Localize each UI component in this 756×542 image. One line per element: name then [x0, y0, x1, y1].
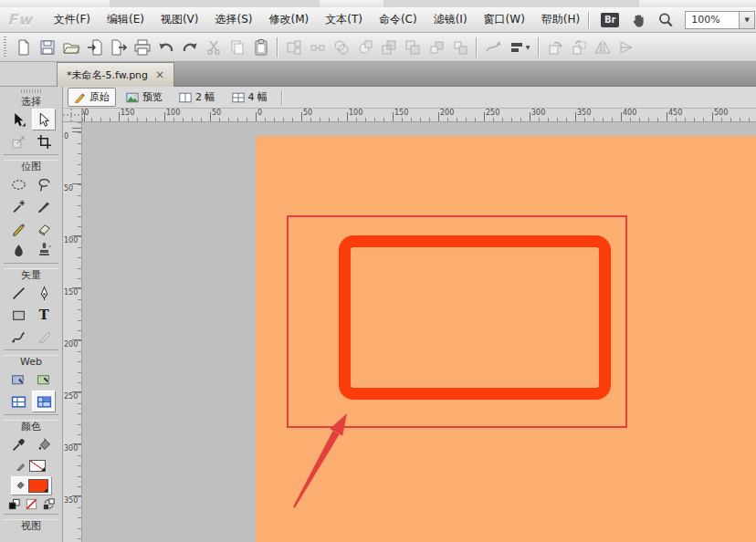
hotspot-tool[interactable]	[6, 369, 30, 391]
hide-slices-button[interactable]	[6, 391, 30, 412]
no-color-button[interactable]	[25, 497, 38, 511]
menu-window[interactable]: 窗口(W)	[476, 8, 533, 31]
menu-commands[interactable]: 命令(C)	[371, 8, 425, 31]
menu-file[interactable]: 文件(F)	[46, 8, 99, 31]
view-2up-button[interactable]: 2 幅	[173, 88, 222, 107]
menubar-separator	[588, 12, 590, 28]
view-original-button[interactable]: 原始	[68, 88, 116, 107]
rotate-button	[543, 36, 567, 59]
fill-color-dropdown	[44, 488, 47, 492]
v-ruler-label: 200	[64, 341, 78, 349]
tools-panel-grip[interactable]	[0, 87, 62, 96]
vertical-ruler[interactable]: 050100150200250300350400	[63, 122, 82, 542]
eyedropper-tool[interactable]	[6, 433, 30, 455]
rectangle-tool[interactable]	[6, 304, 30, 326]
ruler-row: 2001501005005010015020025030035040045050…	[63, 109, 756, 122]
swap-colors-button[interactable]	[42, 497, 56, 511]
toolbar-separator	[277, 37, 278, 57]
magic-wand-tool[interactable]	[6, 195, 30, 217]
menu-view[interactable]: 视图(V)	[152, 8, 207, 31]
send-backward-button	[448, 36, 472, 59]
rubber-stamp-tool[interactable]	[32, 239, 56, 261]
undo-button[interactable]	[154, 36, 178, 59]
print-button[interactable]	[131, 36, 154, 59]
view-original-label: 原始	[89, 90, 110, 104]
drawn-rectangle[interactable]	[339, 235, 611, 400]
tab-close-icon[interactable]: ×	[155, 68, 164, 81]
align-dropdown-button[interactable]: ▼	[505, 36, 534, 59]
toolbar-grip[interactable]	[4, 36, 6, 58]
stroke-color-well[interactable]	[29, 460, 46, 472]
hand-tool-icon[interactable]	[630, 12, 646, 28]
save-button[interactable]	[36, 36, 59, 59]
v-ruler-label: 50	[64, 185, 73, 193]
stroke-pencil-icon	[16, 461, 26, 471]
text-tool[interactable]: T	[32, 304, 56, 326]
section-bitmap-label: 位图	[0, 161, 62, 173]
paint-bucket-tool[interactable]	[32, 433, 56, 455]
section-view-label: 视图	[0, 520, 62, 533]
h-ruler-label: 450	[668, 109, 682, 117]
original-pencil-icon	[74, 91, 86, 103]
ruler-origin-corner[interactable]	[63, 109, 82, 122]
panel-divider	[4, 414, 58, 421]
four-up-icon	[232, 92, 245, 103]
window-edge-segment	[383, 0, 639, 7]
text-tool-glyph: T	[38, 307, 48, 323]
pencil-tool[interactable]	[6, 217, 30, 239]
marquee-tool[interactable]	[6, 173, 30, 195]
h-ruler-label: 300	[531, 109, 545, 117]
tab-bar-left-gutter	[0, 62, 57, 87]
slice-tool[interactable]	[32, 369, 56, 391]
blur-tool[interactable]	[6, 239, 30, 261]
tab-bar-filler	[174, 62, 756, 87]
v-ruler-label: 350	[64, 497, 78, 505]
freeform-tool[interactable]	[6, 326, 30, 348]
split-button	[353, 36, 377, 59]
view-4up-button[interactable]: 4 幅	[226, 88, 275, 107]
fill-color-well[interactable]	[28, 479, 48, 493]
v-ruler-label: 300	[64, 445, 78, 453]
align-dropdown-arrow: ▼	[526, 44, 530, 50]
magnifier-icon[interactable]	[657, 12, 674, 28]
paste-button[interactable]	[249, 36, 273, 59]
view-preview-button[interactable]: 预览	[120, 88, 169, 107]
menu-filters[interactable]: 滤镜(I)	[425, 8, 476, 31]
lasso-tool[interactable]	[32, 173, 56, 195]
menu-bar: Fw 文件(F) 编辑(E) 视图(V) 选择(S) 修改(M) 文本(T) 命…	[0, 7, 756, 33]
menu-edit[interactable]: 编辑(E)	[99, 8, 152, 31]
menu-help[interactable]: 帮助(H)	[533, 8, 588, 31]
copy-button	[226, 36, 249, 59]
menu-text[interactable]: 文本(T)	[317, 8, 371, 31]
line-tool[interactable]	[6, 282, 30, 304]
h-ruler-label: 250	[486, 109, 499, 117]
document-tab[interactable]: *未命名-5.fw.png ×	[57, 62, 174, 87]
horizontal-ruler[interactable]: 2001501005005010015020025030035040045050…	[82, 109, 756, 122]
freeform-path-button	[481, 36, 505, 59]
zoom-dropdown-button[interactable]: ▼	[739, 12, 754, 28]
new-document-button[interactable]	[12, 36, 36, 59]
subselection-tool[interactable]	[32, 109, 56, 130]
crop-tool[interactable]	[32, 130, 56, 152]
redo-button[interactable]	[178, 36, 202, 59]
default-colors-button[interactable]	[7, 497, 21, 511]
zoom-level-combo[interactable]: 100% ▼	[685, 11, 755, 29]
section-select-label: 选择	[0, 96, 62, 109]
view-mode-strip: 原始 预览 2 幅 4 幅	[63, 87, 756, 109]
bridge-button[interactable]: Br	[601, 13, 619, 27]
bring-to-front-button	[377, 36, 401, 59]
show-slices-button[interactable]	[32, 391, 56, 412]
section-vector-label: 矢量	[0, 269, 62, 282]
menu-select[interactable]: 选择(S)	[207, 8, 261, 31]
open-button[interactable]	[59, 36, 83, 59]
import-button[interactable]	[83, 36, 107, 59]
flip-vertical-button	[614, 36, 638, 59]
export-button[interactable]	[107, 36, 131, 59]
pointer-tool[interactable]	[6, 109, 30, 130]
pen-tool[interactable]	[32, 282, 56, 304]
h-ruler-label: 150	[121, 109, 134, 117]
eraser-tool[interactable]	[32, 217, 56, 239]
brush-tool[interactable]	[32, 195, 56, 217]
menu-modify[interactable]: 修改(M)	[261, 8, 318, 31]
h-ruler-label: 50	[303, 109, 312, 117]
